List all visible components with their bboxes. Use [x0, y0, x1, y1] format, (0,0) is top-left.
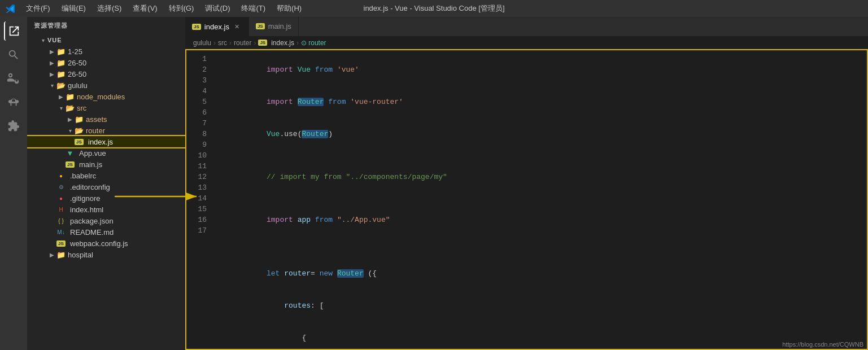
tree-item-vue[interactable]: ▾ VUE: [27, 34, 185, 46]
explorer-activity-icon[interactable]: [4, 21, 23, 41]
sidebar: 资源管理器 ▾ VUE ▶ 📁 1-25 ▶ 📁 26-50 ▶ 📁 26-50…: [27, 17, 185, 350]
menu-select[interactable]: 选择(S): [93, 2, 126, 15]
folder-label-hospital: hospital: [68, 251, 93, 259]
breadcrumb-part-js-icon: JS: [258, 40, 267, 46]
breadcrumb-part-gululu[interactable]: gululu: [193, 39, 211, 47]
collapse-arrow: ▾: [38, 36, 47, 45]
titlebar-menu: 文件(F) 编辑(E) 选择(S) 查看(V) 转到(G) 调试(D) 终端(T…: [21, 2, 306, 15]
code-editor[interactable]: 1 2 3 4 5 6 7 8 9 10 11 12 13 14 15 16 1…: [185, 49, 868, 350]
menu-edit[interactable]: 编辑(E): [57, 2, 90, 15]
sidebar-header: 资源管理器: [27, 17, 185, 34]
tree-item-index-js[interactable]: JS index.js: [27, 136, 185, 147]
folder-arrow: ▾: [56, 103, 66, 112]
folder-icon-26-50: 📁: [56, 58, 66, 67]
tree-item-gitignore[interactable]: ● .gitignore: [27, 193, 185, 204]
code-line-6: [223, 193, 868, 204]
breadcrumb-part-src[interactable]: src: [218, 39, 227, 47]
code-line-2: import Router from 'vue-router': [223, 86, 868, 118]
file-label-index-html: index.html: [70, 205, 103, 214]
editor-file-icon: ⚙: [56, 182, 66, 191]
menu-help[interactable]: 帮助(H): [272, 2, 306, 15]
search-activity-icon[interactable]: [4, 45, 23, 64]
json-file-icon: { }: [56, 216, 66, 225]
tree-item-node_modules[interactable]: ▶ 📁 node_modules: [27, 91, 185, 102]
folder-arrow: ▶: [47, 250, 56, 259]
babel-file-icon: ●: [56, 171, 66, 180]
breadcrumb: gululu › src › router › JS index.js › ⊙ …: [185, 37, 868, 49]
file-label-gitignore: .gitignore: [70, 194, 100, 203]
js-file-icon-main: JS: [66, 160, 75, 169]
breadcrumb-part-indexjs[interactable]: index.js: [271, 39, 294, 47]
tree-item-assets[interactable]: ▶ 📁 assets: [27, 113, 185, 125]
code-line-5: // import my from "../components/page/my…: [223, 161, 868, 193]
tree-item-1-25[interactable]: ▶ 📁 1-25: [27, 46, 185, 57]
breadcrumb-sep-1: ›: [213, 39, 216, 47]
tab-main-js[interactable]: JS main.js: [249, 17, 299, 36]
vue-file-icon-app: ▼: [66, 148, 75, 158]
folder-icon-activity: 📁: [56, 69, 66, 78]
file-label-main-js: main.js: [79, 160, 102, 169]
folder-arrow: ▾: [66, 126, 75, 135]
menu-view[interactable]: 查看(V): [128, 2, 162, 15]
breadcrumb-part-router2[interactable]: ⊙ router: [301, 39, 326, 47]
tree-item-webpack[interactable]: JS webpack.config.js: [27, 238, 185, 249]
code-line-7: import app from "../App.vue": [223, 204, 868, 236]
menu-goto[interactable]: 转到(G): [164, 2, 199, 15]
tree-item-package-json[interactable]: { } package.json: [27, 215, 185, 226]
folder-label-1-25: 1-25: [68, 47, 82, 56]
tree-item-src[interactable]: ▾ 📂 src: [27, 102, 185, 113]
folder-icon-node_modules: 📁: [66, 92, 75, 101]
tab-close-index-js[interactable]: ✕: [233, 22, 242, 31]
menu-debug[interactable]: 调试(D): [200, 2, 234, 15]
main-layout: 资源管理器 ▾ VUE ▶ 📁 1-25 ▶ 📁 26-50 ▶ 📁 26-50…: [0, 17, 868, 350]
tree-item-activity[interactable]: ▶ 📁 26-50: [27, 68, 185, 80]
line-numbers: 1 2 3 4 5 6 7 8 9 10 11 12 13 14 15 16 1…: [185, 49, 213, 350]
tree-item-26-50[interactable]: ▶ 📁 26-50: [27, 57, 185, 68]
code-line-4: [223, 150, 868, 161]
tree-item-gululu[interactable]: ▾ 📂 gululu: [27, 80, 185, 91]
code-line-11: routes: [: [223, 290, 868, 322]
webpack-file-icon: JS: [56, 239, 66, 248]
debug-activity-icon[interactable]: [4, 93, 23, 112]
file-label-readme: README.md: [70, 228, 114, 237]
folder-open-icon-src: 📂: [66, 103, 75, 112]
extensions-activity-icon[interactable]: [4, 116, 23, 135]
code-line-1: import Vue from 'vue': [223, 54, 868, 86]
menu-file[interactable]: 文件(F): [21, 2, 55, 15]
tab-js-badge-main: JS: [256, 23, 265, 29]
tree-item-router[interactable]: ▾ 📂 router: [27, 125, 185, 136]
tree-item-editorconfig[interactable]: ⚙ .editorconfig: [27, 181, 185, 193]
folder-label-26-50: 26-50: [68, 59, 86, 67]
tree-item-readme[interactable]: M↓ README.md: [27, 226, 185, 238]
tree-item-hospital[interactable]: ▶ 📁 hospital: [27, 249, 185, 260]
folder-arrow: ▶: [47, 58, 56, 67]
folder-open-icon-router: 📂: [75, 126, 84, 135]
folder-icon-1-25: 📁: [56, 47, 66, 56]
titlebar: 文件(F) 编辑(E) 选择(S) 查看(V) 转到(G) 调试(D) 终端(T…: [0, 0, 868, 17]
breadcrumb-sep-2: ›: [229, 39, 232, 47]
file-label-package-json: package.json: [70, 217, 114, 225]
folder-open-icon-gululu: 📂: [56, 81, 66, 90]
scm-activity-icon[interactable]: [4, 69, 23, 88]
watermark: https://blog.csdn.net/CQWNB: [782, 341, 863, 348]
folder-label-gululu: gululu: [68, 81, 88, 90]
tabs-bar: JS index.js ✕ JS main.js: [185, 17, 868, 37]
tree-item-main-js[interactable]: JS main.js: [27, 159, 185, 170]
file-label-app-vue: App.vue: [79, 149, 106, 158]
tree-item-babelrc[interactable]: ● .babelrc: [27, 170, 185, 181]
vscode-logo-icon: [6, 4, 15, 13]
code-content[interactable]: import Vue from 'vue' import Router from…: [213, 49, 868, 350]
folder-label-router: router: [86, 126, 105, 135]
folder-label-node_modules: node_modules: [77, 93, 125, 101]
tree-item-index-html[interactable]: H index.html: [27, 204, 185, 215]
activity-bar: [0, 17, 27, 350]
tab-index-js[interactable]: JS index.js ✕: [185, 17, 249, 36]
tree-item-app-vue[interactable]: ▼ App.vue: [27, 147, 185, 159]
menu-terminal[interactable]: 终端(T): [237, 2, 270, 15]
breadcrumb-sep-3: ›: [254, 39, 256, 47]
file-label-index-js: index.js: [88, 138, 113, 146]
code-line-10: let router= new Router ({: [223, 257, 868, 290]
window-title: index.js - Vue - Visual Studio Code [管理员…: [363, 3, 504, 14]
git-file-icon: ●: [56, 194, 66, 203]
breadcrumb-part-router[interactable]: router: [234, 39, 251, 47]
